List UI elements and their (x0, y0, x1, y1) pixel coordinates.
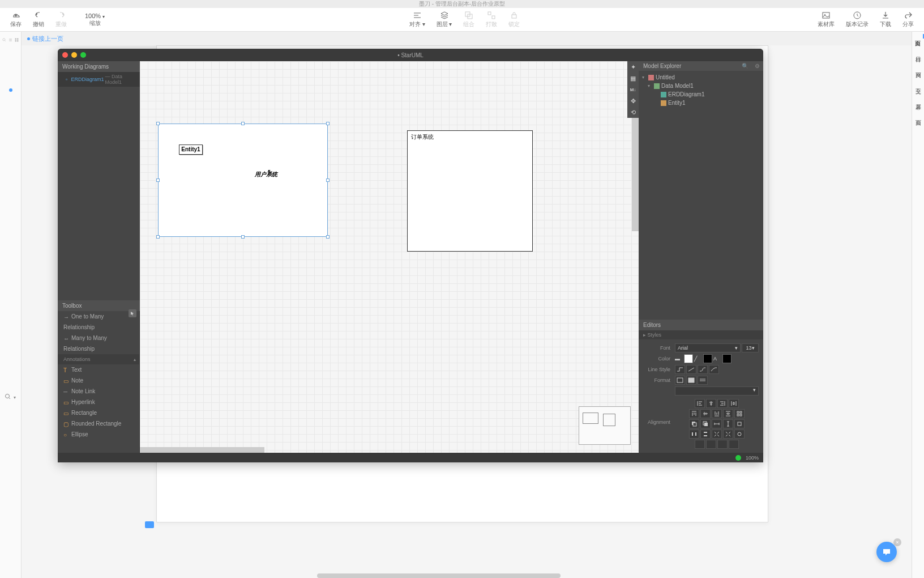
align-dist-v-icon[interactable] (723, 409, 733, 418)
resize-handle[interactable] (326, 178, 330, 182)
format-1-icon[interactable] (675, 376, 685, 385)
staruml-titlebar[interactable]: • StarUML (58, 49, 763, 61)
entity1-box[interactable]: Entity1 (179, 144, 203, 155)
fit-icon[interactable] (712, 430, 722, 439)
format-select[interactable]: ▾ (675, 386, 759, 396)
stroke-color-swatch[interactable] (703, 354, 712, 363)
combine-button[interactable]: 组合 (457, 10, 480, 29)
resize-handle[interactable] (326, 122, 330, 125)
toolbox-rounded-rectangle[interactable]: ▢Rounded Rectangle (58, 418, 139, 429)
format-3-icon[interactable] (698, 376, 708, 385)
line-rectilinear-icon[interactable] (675, 365, 685, 374)
staruml-minimap[interactable] (579, 406, 631, 445)
resize-handle[interactable] (241, 122, 245, 125)
entity1-label[interactable]: 用户系统 (255, 171, 277, 178)
font-select[interactable]: Arial▾ (675, 343, 741, 352)
tree-item-entity1[interactable]: Entity1 (642, 99, 760, 107)
toolbox-ellipse[interactable]: ○Ellipse (58, 429, 139, 440)
bottom-scrollbar[interactable] (317, 573, 561, 578)
toolbox-text[interactable]: TText (58, 364, 139, 375)
entity2-container[interactable]: 订单系统 (407, 130, 533, 252)
toolbox-one-to-many[interactable]: →One to Many (58, 311, 139, 322)
extra-3-icon[interactable] (717, 440, 728, 449)
toolbox-rectangle[interactable]: ▭Rectangle (58, 407, 139, 418)
align-center-icon[interactable] (706, 399, 716, 408)
height-icon[interactable] (723, 419, 733, 428)
send-back-icon[interactable] (689, 419, 699, 428)
size-icon[interactable] (734, 419, 745, 428)
share-button[interactable]: 分享 (897, 10, 919, 29)
tab-interaction[interactable]: 交互 (913, 82, 923, 86)
text-color-swatch[interactable] (722, 354, 732, 363)
assets-button[interactable]: 素材库 (812, 10, 840, 29)
auto-icon[interactable] (734, 430, 745, 439)
search-icon[interactable]: 🔍 (742, 63, 748, 69)
align-middle-icon[interactable] (700, 409, 711, 418)
line-oblique-icon[interactable] (686, 365, 696, 374)
canvas-area[interactable]: • StarUML Working Diagrams ▫ ERDDiagram1… (22, 45, 912, 578)
line-curve-icon[interactable] (709, 365, 719, 374)
download-button[interactable]: 下载 (874, 10, 897, 29)
breadcrumb[interactable]: 链接上一页 (22, 32, 69, 45)
diagram-tab[interactable]: ▫ ERDDiagram1 — Data Model1 (58, 72, 140, 87)
toolbox-hyperlink[interactable]: ▭Hyperlink (58, 397, 139, 407)
toolbox-note[interactable]: ▭Note (58, 375, 139, 386)
extra-4-icon[interactable] (729, 440, 739, 449)
styles-header[interactable]: ▸ Styles (639, 330, 763, 339)
tab-page[interactable]: 页面 (913, 34, 924, 39)
font-size-select[interactable]: 13 ▾ (742, 343, 759, 352)
extra-2-icon[interactable] (706, 440, 716, 449)
search-bottom-icon[interactable] (5, 392, 11, 402)
tree-item-untitled[interactable]: ▾Untitled (642, 73, 760, 82)
resize-handle[interactable] (156, 178, 160, 182)
resize-handle[interactable] (156, 122, 160, 125)
save-button[interactable]: 保存 (5, 10, 27, 29)
gear-icon[interactable]: ⚙ (755, 63, 760, 69)
chevron-down-icon[interactable]: ▾ (14, 395, 16, 400)
redo-button[interactable]: 重做 (50, 10, 72, 29)
zoom-value[interactable]: 100% ▾ (79, 12, 110, 19)
toolbox-annotations-category[interactable]: Annotations▴ (58, 354, 139, 364)
ungroup-button[interactable]: 打散 (480, 10, 503, 29)
resize-handle[interactable] (326, 235, 330, 239)
help-fab-button[interactable] (876, 542, 897, 562)
toolbox-note-link[interactable]: ─Note Link (58, 386, 139, 397)
list-mini-icon[interactable] (8, 34, 12, 41)
stroke-icon[interactable]: ╱ (694, 356, 702, 362)
toolbox-relationship1[interactable]: Relationship (58, 322, 139, 333)
align-button[interactable]: 对齐 ▾ (404, 10, 431, 29)
tree-item-erddiagram[interactable]: ERDDiagram1 (642, 90, 760, 99)
format-2-icon[interactable] (686, 376, 696, 385)
staruml-canvas[interactable]: ✦ ▦ M↓ ✥ ⟲ Entity1 用户系统 ↖ 订单系统 (140, 61, 639, 453)
staruml-scrollbar-h[interactable] (140, 447, 264, 453)
puzzle-icon[interactable]: ✦ (627, 61, 639, 73)
align-top-icon[interactable] (689, 409, 699, 418)
space-v-icon[interactable] (700, 430, 711, 439)
search-mini-icon[interactable] (2, 34, 6, 41)
resize-handle[interactable] (156, 235, 160, 239)
width-icon[interactable] (712, 419, 722, 428)
toolbox-many-to-many[interactable]: ↔Many to Many (58, 333, 139, 343)
text-color-icon[interactable]: A (713, 356, 721, 362)
tab-template[interactable]: 样目 (913, 50, 923, 54)
align-left-icon[interactable] (695, 399, 705, 408)
page-indicator-dot[interactable] (9, 88, 12, 92)
undo-button[interactable]: 撤销 (27, 10, 50, 29)
fill-icon[interactable]: ▬ (675, 356, 683, 362)
fill-color-swatch[interactable] (684, 354, 693, 363)
extra-1-icon[interactable] (695, 440, 705, 449)
entity1-container[interactable]: Entity1 用户系统 ↖ (158, 124, 328, 237)
line-rounded-icon[interactable] (698, 365, 708, 374)
history-button[interactable]: 版本记录 (840, 10, 874, 29)
share-icon[interactable]: ⟲ (627, 107, 639, 118)
grid-icon[interactable]: ▦ (627, 73, 639, 84)
grid-mini-icon[interactable] (15, 34, 19, 41)
tree-item-datamodel[interactable]: ▾Data Model1 (642, 82, 760, 90)
tab-webpage[interactable]: 网页 (913, 66, 923, 70)
expand-icon[interactable] (723, 430, 733, 439)
tab-page2[interactable]: 页面 (913, 113, 923, 118)
cursor-tool-icon[interactable] (129, 309, 136, 317)
space-h-icon[interactable] (689, 430, 699, 439)
align-grid-icon[interactable] (734, 409, 745, 418)
bring-front-icon[interactable] (700, 419, 711, 428)
